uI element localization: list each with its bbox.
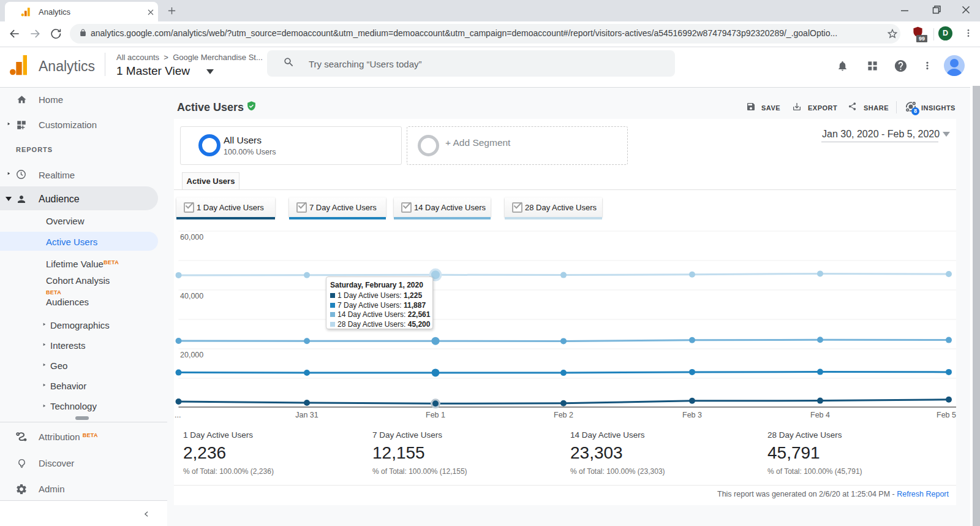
svg-text:60,000: 60,000 <box>180 233 203 242</box>
svg-text:...: ... <box>175 411 181 419</box>
svg-text:Feb 5: Feb 5 <box>937 411 956 419</box>
svg-text:Feb 2: Feb 2 <box>554 411 573 419</box>
svg-text:Feb 3: Feb 3 <box>682 411 702 419</box>
svg-text:Feb 4: Feb 4 <box>810 411 830 419</box>
svg-text:20,000: 20,000 <box>180 351 203 359</box>
svg-text:Feb 1: Feb 1 <box>426 411 445 419</box>
svg-text:40,000: 40,000 <box>180 292 203 300</box>
svg-text:Jan 31: Jan 31 <box>295 411 318 419</box>
